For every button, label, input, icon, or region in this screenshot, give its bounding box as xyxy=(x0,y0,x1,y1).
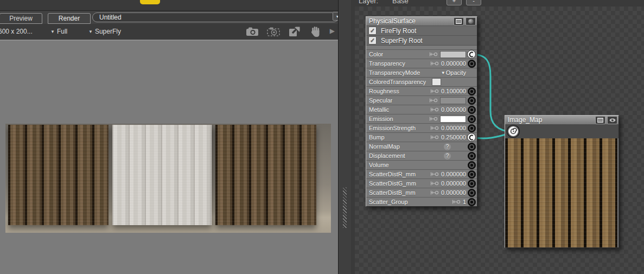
param-row-metallic: Metallic0.000000 xyxy=(366,105,477,114)
param-value[interactable]: 0.100000 xyxy=(441,88,466,94)
imagemap-texture-preview[interactable] xyxy=(505,138,617,247)
input-socket[interactable] xyxy=(468,115,476,123)
chevron-down-icon: ▼ xyxy=(88,29,93,34)
checkbox-checked-icon[interactable]: ✓ xyxy=(368,36,377,44)
animation-key-icon[interactable] xyxy=(429,52,438,57)
input-socket[interactable] xyxy=(468,170,476,179)
wood-panel-right xyxy=(215,125,316,225)
engine-label: SuperFly xyxy=(95,28,121,35)
input-socket[interactable] xyxy=(468,87,476,95)
param-value[interactable]: 0.000000 xyxy=(441,171,466,177)
param-label: Roughness xyxy=(369,88,399,94)
rendered-image xyxy=(5,124,331,233)
node-header[interactable]: PhysicalSurface xyxy=(366,17,477,26)
input-socket[interactable] xyxy=(468,97,476,105)
output-spiral-socket[interactable] xyxy=(507,125,519,137)
param-dropdown[interactable]: ▼Opacity xyxy=(441,69,466,76)
param-value[interactable]: 1 xyxy=(463,199,466,205)
param-value[interactable]: 0.000000 xyxy=(441,106,466,113)
list-icon[interactable] xyxy=(595,116,605,124)
param-row-volume: Volume xyxy=(366,160,477,169)
param-row-emissionstrength: EmissionStrength0.000000 xyxy=(366,123,477,132)
layer-bar: Layer: Base + - xyxy=(351,0,644,7)
sphere-preview-icon[interactable] xyxy=(466,17,476,26)
animation-key-icon[interactable] xyxy=(430,135,439,140)
param-row-color: Color xyxy=(366,49,477,59)
remove-layer-button[interactable]: - xyxy=(466,0,481,5)
color-swatch[interactable] xyxy=(440,97,466,104)
param-label: NormalMap xyxy=(369,143,400,150)
animation-key-icon[interactable] xyxy=(430,171,439,177)
param-value[interactable]: 0.000000 xyxy=(441,60,466,67)
param-label: Metallic xyxy=(369,106,389,113)
engine-dropdown[interactable]: ▼ SuperFly xyxy=(88,28,121,35)
panel-splitter[interactable] xyxy=(338,0,352,274)
param-label: ScatterDistG_mm xyxy=(369,180,416,187)
layer-value-dropdown[interactable]: Base xyxy=(392,0,447,5)
input-socket[interactable] xyxy=(468,143,476,151)
input-socket[interactable] xyxy=(468,161,476,169)
param-label: EmissionStrength xyxy=(369,125,416,131)
animation-key-icon[interactable] xyxy=(429,98,438,103)
node-imagemap[interactable]: Image_Map xyxy=(505,115,619,248)
quality-dropdown[interactable]: ▼ Full xyxy=(50,28,67,35)
param-value[interactable]: 0.000000 xyxy=(441,125,466,131)
eye-icon[interactable] xyxy=(607,116,617,124)
param-label: Displacement xyxy=(369,152,405,159)
color-swatch[interactable] xyxy=(432,78,441,86)
param-label: Specular xyxy=(369,97,392,104)
param-value[interactable]: 0.250000 xyxy=(441,134,466,141)
animation-key-icon[interactable] xyxy=(429,116,438,122)
node-physicalsurface[interactable]: PhysicalSurface ✓FireFly Root✓SuperFly R… xyxy=(366,16,477,207)
color-swatch[interactable] xyxy=(440,51,466,58)
splitter-drag-handle[interactable] xyxy=(343,187,347,228)
checkbox-checked-icon[interactable]: ✓ xyxy=(368,27,377,35)
list-icon[interactable] xyxy=(454,17,464,26)
param-row-scatter_group: Scatter_Group1 xyxy=(366,197,477,206)
camera-icon[interactable] xyxy=(245,26,259,37)
animation-key-icon[interactable] xyxy=(430,181,439,186)
render-title-field[interactable]: Untitled xyxy=(92,12,339,22)
root-row: ✓SuperFly Root xyxy=(366,35,477,45)
pan-hand-icon[interactable] xyxy=(309,26,323,37)
param-value[interactable]: 0.000000 xyxy=(441,189,466,196)
animation-key-icon[interactable] xyxy=(452,199,461,205)
input-socket[interactable] xyxy=(468,124,476,132)
unset-map-badge[interactable]: ? xyxy=(444,152,451,160)
param-row-displacement: Displacement? xyxy=(366,151,477,160)
param-label: Bump xyxy=(369,134,385,141)
input-socket[interactable] xyxy=(468,189,476,197)
param-row-bump: Bump0.250000 xyxy=(366,132,477,142)
tab-render[interactable]: Render xyxy=(48,13,91,24)
input-socket[interactable] xyxy=(468,180,476,188)
root-label: SuperFly Root xyxy=(381,37,423,44)
color-swatch[interactable] xyxy=(440,116,466,123)
area-render-camera-icon[interactable] xyxy=(266,26,280,37)
animation-key-icon[interactable] xyxy=(430,125,439,131)
yellow-tab-marker[interactable] xyxy=(140,0,160,4)
expand-arrow-icon[interactable]: ▶ xyxy=(330,27,335,35)
animation-key-icon[interactable] xyxy=(430,88,439,94)
animation-key-icon[interactable] xyxy=(430,61,439,66)
animation-key-icon[interactable] xyxy=(430,107,439,112)
animation-key-icon[interactable] xyxy=(430,190,439,195)
chevron-down-icon: ▼ xyxy=(50,29,55,34)
resolution-dropdown[interactable]: 600 x 200... xyxy=(0,28,33,35)
param-value[interactable]: 0.000000 xyxy=(441,180,466,187)
input-socket[interactable] xyxy=(468,152,476,160)
tab-preview[interactable]: Preview xyxy=(0,13,42,24)
input-socket[interactable] xyxy=(468,106,476,114)
unset-map-badge[interactable]: ? xyxy=(444,143,451,150)
render-viewport xyxy=(0,41,338,274)
param-row-scatterdistr_mm: ScatterDistR_mm0.000000 xyxy=(366,169,477,179)
root-label: FireFly Root xyxy=(381,27,416,35)
input-socket[interactable] xyxy=(468,60,476,68)
add-layer-button[interactable]: + xyxy=(447,0,462,5)
node-header[interactable]: Image_Map xyxy=(505,116,619,124)
connected-plug-socket[interactable] xyxy=(467,50,476,59)
input-socket[interactable] xyxy=(468,198,476,206)
param-row-transparency: Transparency0.000000 xyxy=(366,59,477,68)
param-row-transparencymode: TransparencyMode▼Opacity xyxy=(366,68,477,77)
export-icon[interactable] xyxy=(288,26,302,37)
connected-plug-socket[interactable] xyxy=(467,133,476,142)
